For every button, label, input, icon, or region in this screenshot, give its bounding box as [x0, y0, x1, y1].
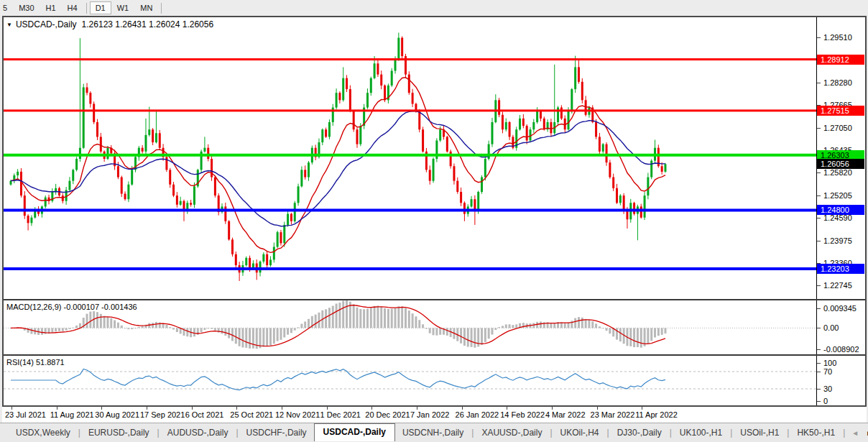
timeframe-button-w1[interactable]: W1 — [111, 1, 135, 14]
time-axis[interactable]: 23 Jul 202111 Aug 202130 Aug 202117 Sep … — [2, 407, 867, 423]
price-badge-1.23203: 1.23203 — [817, 264, 864, 274]
main-chart-plot[interactable]: ▼ USDCAD-,Daily 1.26123 1.26431 1.26024 … — [4, 17, 817, 299]
date-tick-mark — [462, 407, 463, 410]
price-tick-label: 1.28280 — [823, 78, 852, 87]
date-label: 14 Feb 2022 — [500, 410, 545, 419]
price-tick-mark — [817, 128, 821, 129]
date-tick-mark — [101, 407, 102, 410]
candlestick-series — [10, 32, 667, 281]
price-tick-label: 1.23975 — [823, 236, 852, 245]
date-tick-mark — [417, 407, 417, 410]
price-tick-label: 1.25205 — [823, 191, 852, 200]
macd-tick-mark — [817, 328, 821, 328]
macd-tick-label: -0.008902 — [823, 345, 859, 354]
timeframe-button-5[interactable]: 5 — [1, 1, 13, 14]
macd-plot[interactable]: MACD(12,26,9) -0.000107 -0.001436 — [4, 300, 817, 354]
rsi-tick-mark — [817, 363, 821, 364]
price-tick-mark — [817, 218, 821, 218]
date-label: 4 Mar 2022 — [545, 410, 586, 419]
date-tick-mark — [371, 407, 372, 410]
rsi-tick-label: 0 — [823, 397, 828, 405]
tab-xauusd-daily[interactable]: XAUUSD-,Daily — [474, 425, 549, 441]
date-label: 20 Dec 2021 — [365, 410, 410, 419]
toolbar-separator — [161, 3, 162, 14]
price-tick-mark — [817, 172, 821, 173]
tab-usoil-h1[interactable]: USOil-,H1 — [733, 425, 786, 441]
date-tick-mark — [147, 407, 147, 410]
date-label: 6 Oct 2021 — [185, 410, 224, 419]
date-tick-mark — [327, 407, 328, 410]
tab-scroll-left-icon[interactable]: ◄ — [851, 429, 859, 437]
date-tick-mark — [57, 407, 57, 410]
macd-panel-row: MACD(12,26,9) -0.000107 -0.001436 0.0093… — [4, 300, 865, 354]
date-tick-mark — [282, 407, 282, 410]
date-label: 11 Apr 2022 — [635, 410, 678, 419]
level-line-1.27515[interactable] — [4, 109, 816, 111]
macd-tick-label: 0.009345 — [823, 304, 857, 313]
date-label: 1 Dec 2021 — [320, 410, 361, 419]
tab-usdchf-daily[interactable]: USDCHF-,Daily — [239, 425, 314, 441]
price-tick-mark — [817, 37, 821, 38]
rsi-tick-label: 30 — [823, 385, 832, 393]
price-badge-1.26056: 1.26056 — [817, 159, 864, 169]
rsi-label: RSI(14) 51.8871 — [6, 358, 65, 367]
date-label: 26 Jan 2022 — [456, 410, 499, 419]
price-tick-mark — [817, 285, 821, 286]
date-tick-mark — [236, 407, 237, 410]
date-tick-mark — [192, 407, 193, 410]
timeframe-button-m30[interactable]: M30 — [13, 1, 40, 14]
date-label: 7 Jan 2022 — [410, 410, 449, 419]
macd-axis[interactable]: 0.0093450.00-0.008902 — [817, 300, 865, 354]
tab-usdcnh-daily[interactable]: USDCNH-,Daily — [395, 425, 471, 441]
price-badge-1.24800: 1.24800 — [817, 205, 864, 215]
chart-title-symbol: USDCAD-,Daily — [16, 19, 77, 29]
date-label: 12 Nov 2021 — [275, 410, 320, 419]
price-axis[interactable]: 1.295101.282801.276651.270501.264351.258… — [817, 17, 865, 299]
date-label: 25 Oct 2021 — [230, 410, 273, 419]
rsi-tick-mark — [817, 389, 821, 390]
tab-ukoil-h4[interactable]: UKOil-,H4 — [553, 425, 606, 441]
date-label: 30 Aug 2021 — [95, 410, 139, 419]
rsi-tick-label: 100 — [823, 359, 836, 367]
price-tick-mark — [817, 241, 821, 241]
price-tick-label: 1.25820 — [823, 168, 852, 177]
tab-hk50-h1[interactable]: HK50-,H1 — [790, 425, 842, 441]
level-line-1.28912[interactable] — [4, 58, 816, 60]
timeframe-button-h1[interactable]: H1 — [40, 1, 62, 14]
tab-eurusd-daily[interactable]: EURUSD-,Daily — [81, 425, 157, 441]
price-tick-label: 1.29510 — [823, 33, 852, 42]
price-badge-1.28912: 1.28912 — [817, 55, 864, 65]
timeframe-button-h4[interactable]: H4 — [62, 1, 83, 14]
level-line-1.23203[interactable] — [4, 267, 816, 270]
date-label: 23 Mar 2022 — [591, 410, 635, 419]
chart-tab-bar: USDX,Weekly|EURUSD-,Daily|AUDUSD-,Daily|… — [0, 423, 868, 442]
chart-window: ▼ USDCAD-,Daily 1.26123 1.26431 1.26024 … — [2, 16, 867, 407]
tab-uk100-h1[interactable]: UK100-,H1 — [673, 425, 729, 441]
price-tick-label: 1.27050 — [823, 124, 852, 132]
rsi-canvas — [4, 356, 816, 405]
rsi-plot[interactable]: RSI(14) 51.8871 — [4, 356, 817, 405]
rsi-axis[interactable]: 10070300 — [817, 356, 865, 405]
candlestick-canvas — [4, 17, 816, 299]
timeframe-button-mn[interactable]: MN — [134, 1, 158, 14]
rsi-tick-mark — [817, 372, 821, 372]
rsi-tick-mark — [817, 401, 821, 402]
level-line-1.248[interactable] — [4, 208, 816, 211]
tab-usdcad-daily[interactable]: USDCAD-,Daily — [314, 423, 395, 441]
tab-dj30-daily[interactable]: DJ30-,Daily — [610, 425, 669, 441]
date-tick-mark — [597, 407, 598, 410]
timeframe-button-d1[interactable]: D1 — [90, 1, 111, 14]
tab-usdx-weekly[interactable]: USDX,Weekly — [9, 425, 78, 441]
tab-audusd-daily[interactable]: AUDUSD-,Daily — [160, 425, 236, 441]
date-tick-mark — [642, 407, 642, 410]
date-label: 11 Aug 2021 — [50, 410, 94, 419]
symbol-dropdown-icon[interactable]: ▼ — [6, 22, 12, 28]
date-tick-mark — [11, 407, 12, 410]
price-tick-label: 1.22745 — [823, 281, 852, 290]
level-line-1.26303[interactable] — [4, 154, 816, 157]
date-tick-mark — [507, 407, 507, 410]
price-badge-1.27515: 1.27515 — [817, 106, 864, 116]
date-tick-mark — [552, 407, 553, 410]
macd-label: MACD(12,26,9) -0.000107 -0.001436 — [6, 303, 137, 311]
chart-title-ohlc: 1.26123 1.26431 1.26024 1.26056 — [82, 19, 214, 29]
